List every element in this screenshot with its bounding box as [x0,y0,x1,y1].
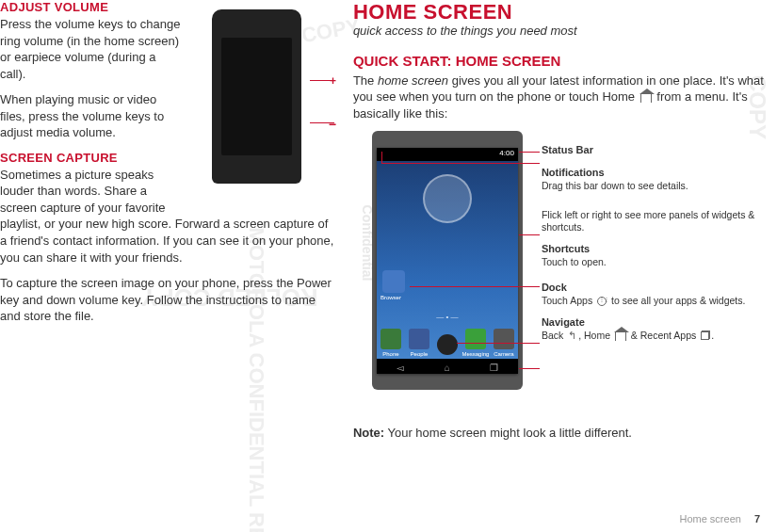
recent-apps-icon [701,331,709,340]
camera-app-icon [494,329,514,349]
home-screen-diagram: 4:00 Browser — • — Phone People Messagin… [353,131,768,413]
clock-widget [423,174,472,223]
people-app-icon [409,329,429,349]
volume-up-indicator: + [330,74,336,88]
recent-nav-icon: ❐ [489,363,500,370]
back-icon: ↰ [568,330,576,343]
browser-shortcut-label: Browser [380,295,401,300]
callout-status-bar: Status Bar [542,144,758,157]
apps-icon [597,297,607,306]
callout-shortcuts: ShortcutsTouch to open. [542,243,758,268]
home-nav-icon: ⌂ [442,363,453,370]
navigation-bar: ◅ ⌂ ❐ [377,359,518,374]
back-nav-icon: ◅ [395,363,406,370]
volume-down-indicator: − [329,117,336,132]
subtitle: quick access to the things you need most [353,23,768,40]
dock: Phone People Messaging Camera [377,323,518,357]
body-text: The home screen gives you all your lates… [353,73,768,122]
home-icon [640,93,652,103]
messaging-app-icon [465,329,486,349]
quick-start-heading: QUICK START: HOME SCREEN [353,53,768,69]
body-text: To capture the screen image on your phon… [0,275,334,325]
callout-dock: DockTouch Apps to see all your apps & wi… [542,282,758,307]
callout-notifications: NotificationsDrag this bar down to see d… [542,167,758,192]
volume-key-illustration: + − [193,0,334,198]
status-bar: 4:00 [377,148,518,161]
apps-button-icon [437,334,458,355]
phone-app-icon [380,329,401,349]
page-indicator: — • — [377,313,518,321]
home-screen-title: HOME SCREEN [353,0,768,24]
home-icon [615,331,626,341]
callout-navigate: NavigateBack ↰, Home & Recent Apps . [542,316,758,343]
browser-shortcut-icon [382,270,405,293]
callout-panels: Flick left or right to see more panels o… [542,209,758,234]
note-text: Note: Your home screen might look a litt… [353,425,768,442]
